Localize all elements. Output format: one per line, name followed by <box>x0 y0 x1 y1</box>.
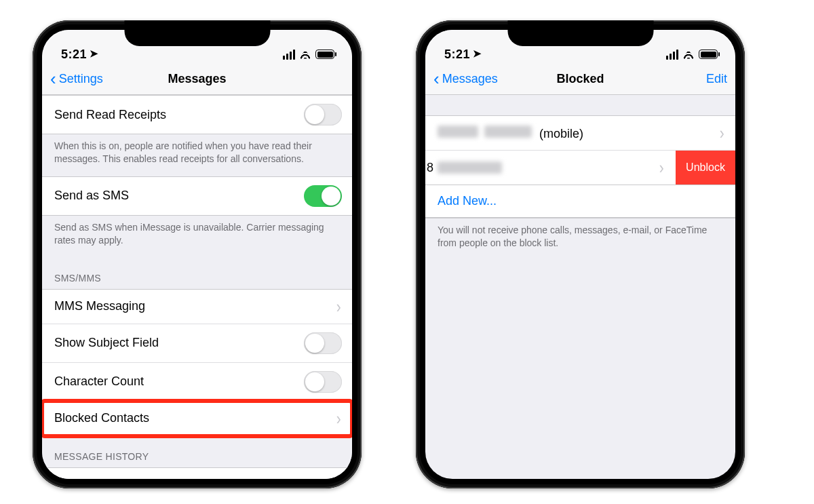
contact-suffix: (mobile) <box>539 127 583 140</box>
status-time: 5:21 ➤ <box>444 47 482 62</box>
screen-messages-settings: 5:21 ➤ ‹ Settings Messages Send Re <box>42 30 352 479</box>
back-label: Settings <box>59 72 103 86</box>
row-show-subject-field[interactable]: Show Subject Field <box>42 324 352 362</box>
add-new-row[interactable]: Add New... <box>425 185 735 218</box>
nav-bar: ‹ Messages Blocked Edit <box>425 64 735 95</box>
status-time-text: 5:21 <box>61 47 87 62</box>
unblock-button[interactable]: Unblock <box>676 151 735 185</box>
row-footer: Send as SMS when iMessage is unavailable… <box>42 215 352 258</box>
status-time: 5:21 ➤ <box>61 47 99 62</box>
chevron-right-icon: › <box>720 124 724 142</box>
toggle-character-count[interactable] <box>304 371 342 393</box>
row-footer: When this is on, people are notified whe… <box>42 134 352 176</box>
blocked-contact-name: (mobile) <box>438 125 719 141</box>
add-new-label: Add New... <box>438 194 725 208</box>
back-button[interactable]: ‹ Messages <box>433 71 498 88</box>
location-icon: ➤ <box>90 47 99 60</box>
blocked-contact-name: 8 <box>425 161 659 175</box>
chevron-left-icon: ‹ <box>50 70 56 88</box>
row-mms-messaging[interactable]: MMS Messaging › <box>42 289 352 324</box>
row-label: Blocked Contacts <box>54 411 336 425</box>
row-label: MMS Messaging <box>54 299 336 313</box>
phone-right: 5:21 ➤ ‹ Messages Blocked Edit <box>416 20 745 488</box>
back-label: Messages <box>442 72 498 86</box>
toggle-read-receipts[interactable] <box>304 104 342 125</box>
edit-button[interactable]: Edit <box>706 72 727 86</box>
row-detail: Forever <box>291 478 331 479</box>
redacted <box>484 125 532 138</box>
row-send-as-sms[interactable]: Send as SMS <box>42 176 352 215</box>
redacted <box>438 161 502 174</box>
cellular-icon <box>666 50 678 60</box>
battery-icon <box>315 50 334 59</box>
wifi-icon <box>682 50 695 59</box>
blocked-contact-row[interactable]: (mobile) › <box>425 115 735 150</box>
leading-digit: 8 <box>427 161 433 175</box>
chevron-right-icon: › <box>336 476 341 479</box>
chevron-right-icon: › <box>336 298 341 315</box>
wifi-icon <box>299 50 311 59</box>
blocked-footer: You will not receive phone calls, messag… <box>425 218 735 260</box>
row-label: Keep Messages <box>54 478 291 479</box>
blocked-contact-row-swiped[interactable]: 8 › Unblock <box>425 150 735 185</box>
row-label: Send as SMS <box>54 189 304 203</box>
chevron-right-icon: › <box>336 410 341 427</box>
row-label: Character Count <box>54 374 304 389</box>
notch <box>124 20 270 46</box>
back-button[interactable]: ‹ Settings <box>50 71 103 88</box>
battery-icon <box>699 50 718 59</box>
cellular-icon <box>283 50 295 60</box>
row-send-read-receipts[interactable]: Send Read Receipts <box>42 95 352 134</box>
row-blocked-contacts[interactable]: Blocked Contacts › <box>42 401 352 436</box>
row-keep-messages[interactable]: Keep Messages Forever › <box>42 467 352 479</box>
toggle-subject-field[interactable] <box>304 332 342 354</box>
status-time-text: 5:21 <box>444 47 470 62</box>
notch <box>507 20 653 46</box>
chevron-right-icon: › <box>659 159 664 176</box>
phone-left: 5:21 ➤ ‹ Settings Messages Send Re <box>33 20 362 488</box>
screen-blocked-list: 5:21 ➤ ‹ Messages Blocked Edit <box>425 30 735 479</box>
toggle-send-sms[interactable] <box>304 185 342 207</box>
row-label: Show Subject Field <box>54 336 304 350</box>
section-header-sms: SMS/MMS <box>42 258 352 289</box>
row-label: Send Read Receipts <box>54 108 304 122</box>
redacted <box>438 125 478 138</box>
chevron-left-icon: ‹ <box>433 70 440 88</box>
row-character-count[interactable]: Character Count <box>42 362 352 401</box>
nav-bar: ‹ Settings Messages <box>42 64 352 95</box>
location-icon: ➤ <box>473 47 482 60</box>
section-header-history: MESSAGE HISTORY <box>42 436 352 467</box>
